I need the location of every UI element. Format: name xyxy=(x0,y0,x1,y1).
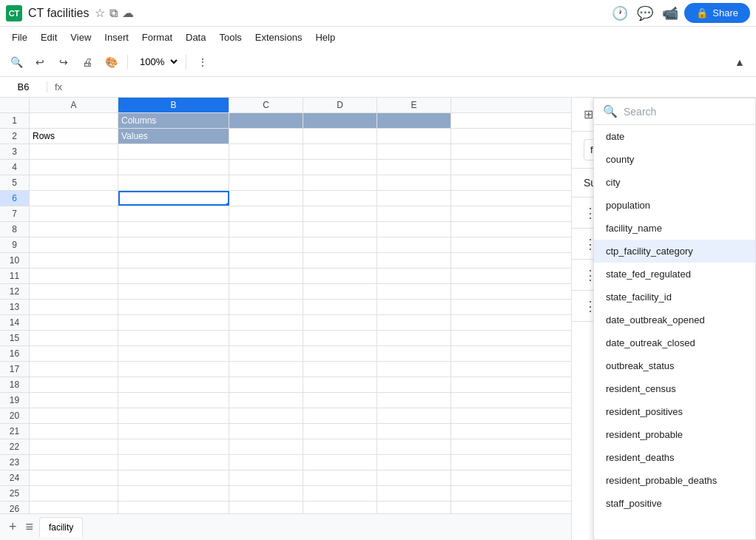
folder-icon[interactable]: ⧉ xyxy=(109,7,118,20)
row-num-16[interactable]: 16 xyxy=(0,346,30,361)
menu-file[interactable]: File xyxy=(6,30,33,45)
menu-extensions[interactable]: Extensions xyxy=(249,30,308,45)
row-num-10[interactable]: 10 xyxy=(0,253,30,268)
col-header-c[interactable]: C xyxy=(229,98,303,112)
share-button[interactable]: 🔒 Share xyxy=(684,3,750,23)
row-num-6[interactable]: 6 xyxy=(0,191,30,206)
add-sheet-icon[interactable]: + xyxy=(6,516,20,538)
menu-tools[interactable]: Tools xyxy=(213,30,247,45)
main-content: A B C D E 1 Columns 2 xyxy=(0,98,756,540)
cell-a3[interactable] xyxy=(30,144,118,159)
menu-data[interactable]: Data xyxy=(180,30,212,45)
field-item-date[interactable]: date xyxy=(594,125,755,148)
row-num-2[interactable]: 2 xyxy=(0,129,30,144)
row-num-8[interactable]: 8 xyxy=(0,222,30,237)
table-row: 9 xyxy=(0,237,571,253)
col-header-d[interactable]: D xyxy=(303,98,377,112)
menu-format[interactable]: Format xyxy=(136,30,178,45)
row-num-13[interactable]: 13 xyxy=(0,300,30,314)
row-num-25[interactable]: 25 xyxy=(0,486,30,501)
menu-view[interactable]: View xyxy=(64,30,97,45)
row-num-22[interactable]: 22 xyxy=(0,439,30,454)
cell-a1[interactable] xyxy=(30,113,118,128)
row-num-19[interactable]: 19 xyxy=(0,393,30,408)
pivot-table-icon: ⊞ xyxy=(584,107,593,121)
col-header-a[interactable]: A xyxy=(30,98,118,112)
cell-c2[interactable] xyxy=(229,129,303,144)
cell-b3[interactable] xyxy=(118,144,229,159)
row-num-7[interactable]: 7 xyxy=(0,206,30,221)
search-toolbar-btn[interactable]: 🔍 xyxy=(6,52,27,72)
cell-c1[interactable] xyxy=(229,113,303,128)
chat-icon[interactable]: 💬 xyxy=(637,5,653,21)
menu-edit[interactable]: Edit xyxy=(35,30,63,45)
star-icon[interactable]: ☆ xyxy=(95,6,105,20)
field-item-resident-positives[interactable]: resident_positives xyxy=(594,400,755,423)
cell-reference-input[interactable] xyxy=(3,81,47,92)
field-item-ctp-facility-category[interactable]: ctp_facility_category xyxy=(594,240,755,263)
field-search-input[interactable] xyxy=(624,106,753,118)
row-num-20[interactable]: 20 xyxy=(0,408,30,423)
toolbar: 🔍 ↩ ↪ 🖨 🎨 100% 75% 125% ⋮ ▲ xyxy=(0,47,756,77)
field-item-facility-name[interactable]: facility_name xyxy=(594,217,755,240)
cell-e2[interactable] xyxy=(377,129,451,144)
field-item-outbreak-status[interactable]: outbreak_status xyxy=(594,354,755,377)
cell-a2[interactable]: Rows xyxy=(30,129,118,144)
cell-b2[interactable]: Values xyxy=(118,129,229,144)
cell-d2[interactable] xyxy=(303,129,377,144)
field-item-population[interactable]: population xyxy=(594,194,755,217)
grid-body: 1 Columns 2 Rows Values 3 xyxy=(0,113,571,513)
menu-insert[interactable]: Insert xyxy=(98,30,135,45)
field-item-city[interactable]: city xyxy=(594,171,755,194)
sheet-tab-facility[interactable]: facility xyxy=(39,517,83,537)
table-row: 20 xyxy=(0,408,571,424)
sheet-tabs: + ≡ facility xyxy=(0,513,571,540)
field-item-date-outreak-closed[interactable]: date_outreak_closed xyxy=(594,331,755,354)
row-num-15[interactable]: 15 xyxy=(0,331,30,345)
field-item-resident-census[interactable]: resident_census xyxy=(594,377,755,400)
menu-help[interactable]: Help xyxy=(309,30,341,45)
cell-e1[interactable] xyxy=(377,113,451,128)
print-btn[interactable]: 🖨 xyxy=(77,52,98,72)
field-item-resident-probable-deaths[interactable]: resident_probable_deaths xyxy=(594,469,755,492)
field-item-staff-positive[interactable]: staff_positive xyxy=(594,492,755,515)
row-num-18[interactable]: 18 xyxy=(0,377,30,392)
zoom-select[interactable]: 100% 75% 125% xyxy=(134,54,180,70)
row-num-14[interactable]: 14 xyxy=(0,315,30,330)
grid-wrapper: A B C D E 1 Columns 2 xyxy=(0,98,571,513)
field-item-county[interactable]: county xyxy=(594,148,755,171)
cell-d1[interactable] xyxy=(303,113,377,128)
cell-b1[interactable]: Columns xyxy=(118,113,229,128)
row-num-1[interactable]: 1 xyxy=(0,113,30,128)
menu-dots-icon[interactable]: ≡ xyxy=(23,516,37,538)
row-num-21[interactable]: 21 xyxy=(0,424,30,439)
cloud-icon[interactable]: ☁ xyxy=(122,6,134,20)
row-num-12[interactable]: 12 xyxy=(0,284,30,299)
undo-btn[interactable]: ↩ xyxy=(30,52,50,72)
row-num-26[interactable]: 26 xyxy=(0,502,30,513)
title-icons: ☆ ⧉ ☁ xyxy=(95,6,134,20)
field-item-state-facility-id[interactable]: state_facility_id xyxy=(594,286,755,308)
col-header-e[interactable]: E xyxy=(377,98,451,112)
history-icon[interactable]: 🕐 xyxy=(612,5,628,21)
collapse-btn[interactable]: ▲ xyxy=(729,52,750,72)
video-icon[interactable]: 📹 xyxy=(662,5,678,21)
redo-btn[interactable]: ↪ xyxy=(53,52,74,72)
row-num-4[interactable]: 4 xyxy=(0,160,30,175)
row-num-5[interactable]: 5 xyxy=(0,175,30,190)
row-num-23[interactable]: 23 xyxy=(0,455,30,470)
row-num-3[interactable]: 3 xyxy=(0,144,30,159)
toolbar-sep-2 xyxy=(186,55,186,70)
field-item-resident-deaths[interactable]: resident_deaths xyxy=(594,446,755,469)
row-num-17[interactable]: 17 xyxy=(0,362,30,377)
cell-b6-selected[interactable] xyxy=(118,191,229,206)
row-num-9[interactable]: 9 xyxy=(0,237,30,252)
row-num-24[interactable]: 24 xyxy=(0,470,30,485)
field-item-state-fed-regulated[interactable]: state_fed_regulated xyxy=(594,263,755,286)
row-num-11[interactable]: 11 xyxy=(0,269,30,283)
field-item-resident-probable[interactable]: resident_probable xyxy=(594,423,755,446)
col-header-b[interactable]: B xyxy=(118,98,229,112)
more-options-btn[interactable]: ⋮ xyxy=(192,52,213,72)
paint-btn[interactable]: 🎨 xyxy=(101,52,121,72)
field-item-date-outbreak-opened[interactable]: date_outbreak_opened xyxy=(594,308,755,331)
